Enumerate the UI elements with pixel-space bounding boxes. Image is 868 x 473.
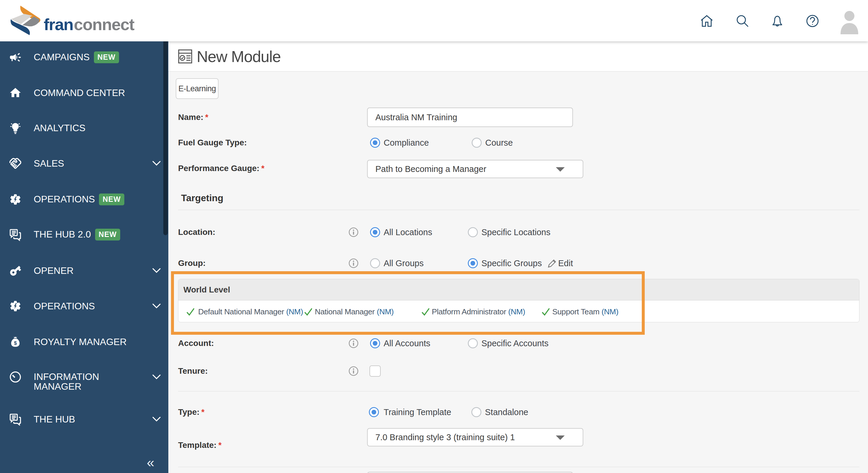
svg-text:$: $ — [14, 340, 17, 346]
svg-text:fran: fran — [44, 15, 73, 34]
svg-text:connect: connect — [74, 15, 134, 34]
